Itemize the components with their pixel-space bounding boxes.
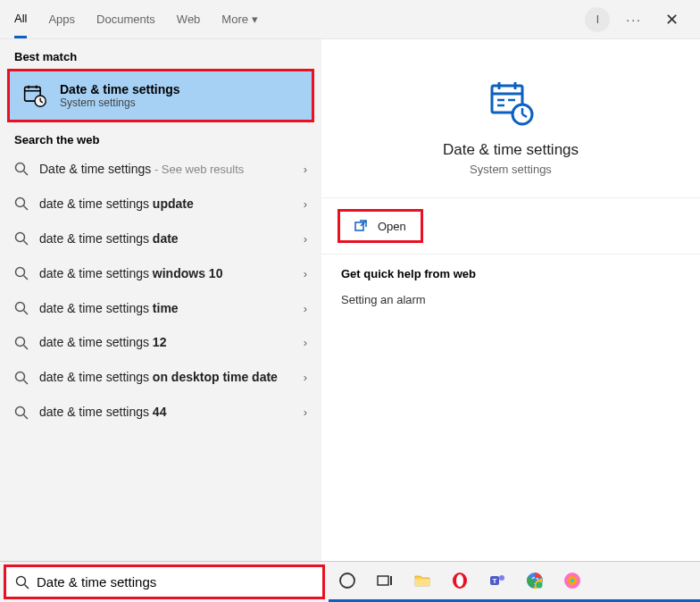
web-result-text: date & time settings 12 [39,334,293,351]
svg-point-21 [16,406,25,415]
web-result-text: date & time settings time [39,300,293,317]
svg-line-14 [24,276,29,280]
svg-point-51 [571,579,574,582]
search-icon [14,406,29,420]
web-result-item[interactable]: date & time settings update › [0,187,321,222]
svg-line-16 [24,311,29,315]
search-icon [14,301,29,315]
web-result-text: date & time settings date [39,230,293,247]
teams-icon[interactable]: T [488,571,507,590]
svg-point-7 [16,163,25,172]
open-button[interactable]: Open [338,209,423,243]
header-bar: All Apps Documents Web More ▾ I ··· ✕ [0,0,700,39]
search-icon [14,336,29,350]
calendar-clock-icon [22,83,47,108]
chevron-right-icon[interactable]: › [304,371,307,384]
search-icon [15,575,29,589]
web-result-item[interactable]: date & time settings on desktop time dat… [0,360,321,395]
search-input[interactable] [37,574,313,589]
svg-rect-37 [378,576,388,585]
svg-point-13 [16,268,25,277]
svg-text:T: T [493,577,497,585]
paint3d-icon[interactable] [562,571,582,590]
chevron-down-icon: ▾ [252,13,258,26]
best-match-label: Best match [0,39,321,69]
open-icon [354,219,369,233]
best-match-title: Date & time settings [60,82,180,96]
chevron-right-icon[interactable]: › [304,197,307,211]
web-results-list: Date & time settings - See web results ›… [0,152,321,430]
close-button[interactable]: ✕ [658,6,686,33]
web-result-item[interactable]: date & time settings windows 10 › [0,256,321,291]
file-explorer-icon[interactable] [412,571,432,590]
chrome-icon[interactable] [525,571,545,590]
cortana-icon[interactable] [338,571,357,590]
search-icon [14,196,29,211]
svg-point-34 [17,576,26,585]
svg-line-22 [24,414,29,419]
web-result-item[interactable]: date & time settings date › [0,222,321,256]
search-icon [14,231,29,246]
svg-point-17 [16,337,25,346]
search-icon [14,162,29,176]
task-view-icon[interactable] [375,571,395,590]
tab-web[interactable]: Web [177,2,201,37]
chevron-right-icon[interactable]: › [304,267,307,280]
svg-point-48 [537,582,543,589]
svg-rect-38 [390,576,392,585]
web-result-text: Date & time settings - See web results [39,161,293,178]
tab-apps[interactable]: Apps [48,2,75,37]
svg-line-35 [25,584,29,589]
preview-title: Date & time settings [443,141,579,159]
user-avatar[interactable]: I [585,7,610,32]
svg-point-41 [456,574,463,587]
filter-tabs: All Apps Documents Web More ▾ [14,1,258,38]
search-box[interactable] [4,564,325,599]
chevron-right-icon[interactable]: › [304,232,307,246]
svg-point-44 [499,575,504,581]
svg-point-9 [16,198,25,207]
tab-all[interactable]: All [14,1,27,38]
web-result-item[interactable]: Date & time settings - See web results › [0,152,321,187]
help-link[interactable]: Setting an alarm [321,288,700,312]
tab-documents[interactable]: Documents [96,2,155,37]
svg-line-18 [24,345,29,349]
svg-rect-39 [415,579,429,586]
svg-line-12 [24,241,29,246]
calendar-clock-icon [487,79,535,127]
chevron-right-icon[interactable]: › [304,163,307,176]
web-result-text: date & time settings windows 10 [39,265,293,282]
chevron-right-icon[interactable]: › [304,302,307,315]
opera-icon[interactable] [450,571,470,590]
results-panel: Best match Date & time settings System s… [0,39,321,561]
svg-point-15 [16,303,25,312]
bottom-bar: T [0,561,700,602]
preview-subtitle: System settings [470,163,552,176]
best-match-result[interactable]: Date & time settings System settings [7,69,314,122]
taskbar: T [329,562,700,602]
web-result-item[interactable]: date & time settings time › [0,291,321,326]
web-result-text: date & time settings update [39,196,293,213]
chevron-right-icon[interactable]: › [304,336,307,349]
quick-help-label: Get quick help from web [321,255,700,288]
best-match-subtitle: System settings [60,96,180,109]
tab-more-label: More [221,13,248,26]
tab-more[interactable]: More ▾ [221,2,258,37]
web-result-text: date & time settings 44 [39,404,293,421]
svg-line-8 [24,171,29,176]
web-result-text: date & time settings on desktop time dat… [39,369,293,386]
svg-point-11 [16,233,25,242]
search-web-label: Search the web [0,122,321,152]
svg-line-10 [24,206,29,211]
search-icon [14,266,29,280]
open-label: Open [378,220,406,233]
svg-point-19 [16,372,25,380]
web-result-item[interactable]: date & time settings 12 › [0,325,321,360]
chevron-right-icon[interactable]: › [304,406,307,419]
svg-line-20 [24,380,29,384]
web-result-item[interactable]: date & time settings 44 › [0,395,321,430]
preview-panel: Date & time settings System settings Ope… [321,39,700,561]
more-options-icon[interactable]: ··· [626,13,642,27]
svg-point-36 [340,573,354,588]
search-icon [14,371,29,385]
